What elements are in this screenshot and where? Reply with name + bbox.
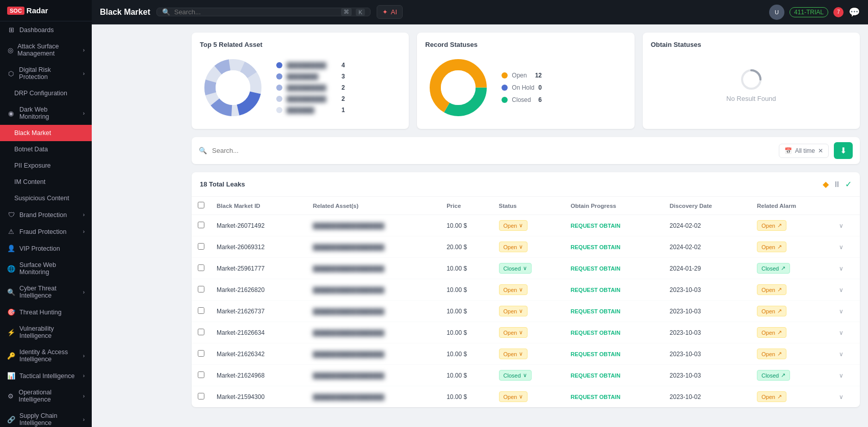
row-checkbox-6[interactable] [198, 350, 204, 357]
row-checkbox-7[interactable] [198, 371, 204, 378]
cell-expand-3[interactable]: ∨ [833, 279, 860, 301]
alarm-external-link-icon[interactable]: ↗ [777, 308, 782, 314]
cell-obtain-7: REQUEST OBTAIN [565, 365, 664, 386]
status-chevron-icon[interactable]: ∨ [519, 329, 523, 336]
alarm-external-link-icon[interactable]: ↗ [781, 372, 785, 379]
topbar-right: U 411-TRIAL 7 💬 [769, 5, 860, 20]
row-checkbox-4[interactable] [198, 307, 204, 314]
table-row: Market-26069312 ██████████████████ 20.00… [192, 236, 860, 258]
user-avatar[interactable]: U [769, 5, 784, 20]
sidebar-item-digital-risk[interactable]: ⬡ Digital Risk Protection › [0, 62, 92, 85]
cell-obtain-3: REQUEST OBTAIN [565, 279, 664, 301]
sidebar-item-botnet-data[interactable]: Botnet Data [0, 141, 92, 157]
sidebar-item-operational[interactable]: ⚙ Operational Intelligence › [0, 384, 92, 408]
charts-row: Top 5 Related Asset ██████████ [192, 33, 860, 129]
status-chevron-icon[interactable]: ∨ [519, 351, 523, 357]
table-row: Market-26071492 ██████████████████ 10.00… [192, 215, 860, 236]
sidebar-item-dark-web[interactable]: ◉ Dark Web Monitoring › [0, 101, 92, 125]
topbar: Black Market 🔍 ⌘ K ✦ AI U 411-TRIAL 7 💬 [92, 0, 868, 24]
sidebar-item-black-market[interactable]: Black Market [0, 125, 92, 141]
search-input[interactable] [174, 8, 337, 16]
chat-icon[interactable]: 💬 [849, 7, 860, 18]
sidebar-item-dashboards[interactable]: ⊞ Dashboards [0, 21, 92, 38]
sidebar-item-brand-protection[interactable]: 🛡 Brand Protection › [0, 206, 92, 223]
row-checkbox-2[interactable] [198, 264, 204, 271]
cell-date-1: 2024-02-02 [664, 236, 751, 258]
sidebar-item-surface-web[interactable]: 🌐 Surface Web Monitoring [0, 257, 92, 280]
sidebar-item-supply-chain[interactable]: 🔗 Supply Chain Intelligence › [0, 408, 92, 427]
closed-dot [502, 97, 508, 103]
sidebar-item-im-content[interactable]: IM Content [0, 174, 92, 190]
sidebar-item-cyber-threat[interactable]: 🔍 Cyber Threat Intelligence › [0, 280, 92, 304]
cell-status-2: Closed ∨ [493, 258, 565, 279]
alarm-external-link-icon[interactable]: ↗ [777, 222, 782, 229]
check-icon[interactable]: ✓ [845, 179, 852, 189]
cell-obtain-8: REQUEST OBTAIN [565, 386, 664, 408]
filter-orange-icon[interactable]: ◆ [823, 179, 829, 189]
status-chevron-icon[interactable]: ∨ [519, 393, 523, 400]
chevron-right-icon: › [83, 71, 85, 76]
status-chevron-icon[interactable]: ∨ [523, 265, 527, 272]
row-checkbox-3[interactable] [198, 286, 204, 292]
cell-expand-5[interactable]: ∨ [833, 322, 860, 343]
alarm-external-link-icon[interactable]: ↗ [781, 265, 785, 272]
pause-icon[interactable]: ⏸ [833, 180, 841, 189]
select-all-checkbox[interactable] [198, 202, 204, 208]
row-checkbox-1[interactable] [198, 243, 204, 250]
sidebar-item-drp-config[interactable]: DRP Configuration [0, 85, 92, 101]
cell-expand-8[interactable]: ∨ [833, 386, 860, 408]
col-asset: Related Asset(s) [307, 197, 441, 215]
cell-expand-0[interactable]: ∨ [833, 215, 860, 236]
export-button[interactable]: ⬇ [834, 142, 853, 159]
vulnerability-icon: ⚡ [7, 329, 15, 336]
status-chevron-icon[interactable]: ∨ [519, 244, 523, 250]
sidebar-item-vip-protection[interactable]: 👤 VIP Protection [0, 240, 92, 257]
sidebar-item-vulnerability[interactable]: ⚡ Vulnerability Intelligence [0, 321, 92, 344]
cell-price-0: 10.00 $ [440, 215, 492, 236]
status-chevron-icon[interactable]: ∨ [519, 222, 523, 229]
alarm-external-link-icon[interactable]: ↗ [777, 286, 782, 293]
alarm-external-link-icon[interactable]: ↗ [777, 393, 782, 400]
global-search[interactable]: 🔍 ⌘ K [156, 8, 371, 16]
cell-asset-2: ██████████████████ [307, 258, 441, 279]
cell-price-1: 20.00 $ [440, 236, 492, 258]
sidebar-item-suspicious-content[interactable]: Suspicious Content [0, 190, 92, 206]
cell-status-8: Open ∨ [493, 386, 565, 408]
status-chevron-icon[interactable]: ∨ [523, 372, 527, 379]
status-chevron-icon[interactable]: ∨ [519, 286, 523, 293]
row-checkbox-8[interactable] [198, 393, 204, 399]
close-icon[interactable]: ✕ [818, 147, 823, 154]
alarm-external-link-icon[interactable]: ↗ [777, 351, 782, 357]
notification-badge[interactable]: 7 [833, 7, 844, 17]
cell-expand-4[interactable]: ∨ [833, 301, 860, 322]
sidebar-item-pii-exposure[interactable]: PII Exposure [0, 157, 92, 174]
sidebar-item-attack-surface[interactable]: ◎ Attack Surface Management › [0, 38, 92, 62]
cell-status-3: Open ∨ [493, 279, 565, 301]
sidebar-item-fraud-protection[interactable]: ⚠ Fraud Protection › [0, 223, 92, 240]
cell-expand-2[interactable]: ∨ [833, 258, 860, 279]
status-chevron-icon[interactable]: ∨ [519, 308, 523, 314]
date-filter[interactable]: 📅 All time ✕ [779, 144, 829, 158]
table-search-input[interactable] [212, 147, 774, 154]
row-checkbox-5[interactable] [198, 329, 204, 335]
ai-button[interactable]: ✦ AI [377, 5, 403, 19]
cell-alarm-4: Open ↗ [751, 301, 833, 322]
chevron-right-icon: › [83, 373, 85, 379]
legend-item-4: ██████████ 2 [276, 95, 345, 102]
logo-text: Radar [27, 6, 48, 15]
obtain-statuses-card: Obtain Statuses No Result Found [643, 33, 860, 129]
alarm-external-link-icon[interactable]: ↗ [777, 244, 782, 250]
alarm-external-link-icon[interactable]: ↗ [777, 329, 782, 336]
cell-expand-6[interactable]: ∨ [833, 343, 860, 365]
supply-chain-icon: 🔗 [7, 416, 15, 423]
cell-expand-1[interactable]: ∨ [833, 236, 860, 258]
sidebar-item-identity-access[interactable]: 🔑 Identity & Access Intelligence › [0, 344, 92, 367]
cell-expand-7[interactable]: ∨ [833, 365, 860, 386]
sidebar-item-threat-hunting[interactable]: 🎯 Threat Hunting [0, 304, 92, 321]
cell-alarm-5: Open ↗ [751, 322, 833, 343]
cell-date-6: 2023-10-03 [664, 343, 751, 365]
row-checkbox-0[interactable] [198, 222, 204, 228]
search-bar-icon: 🔍 [199, 147, 207, 154]
cell-asset-8: ██████████████████ [307, 386, 441, 408]
sidebar-item-tactical[interactable]: 📊 Tactical Intelligence › [0, 367, 92, 384]
